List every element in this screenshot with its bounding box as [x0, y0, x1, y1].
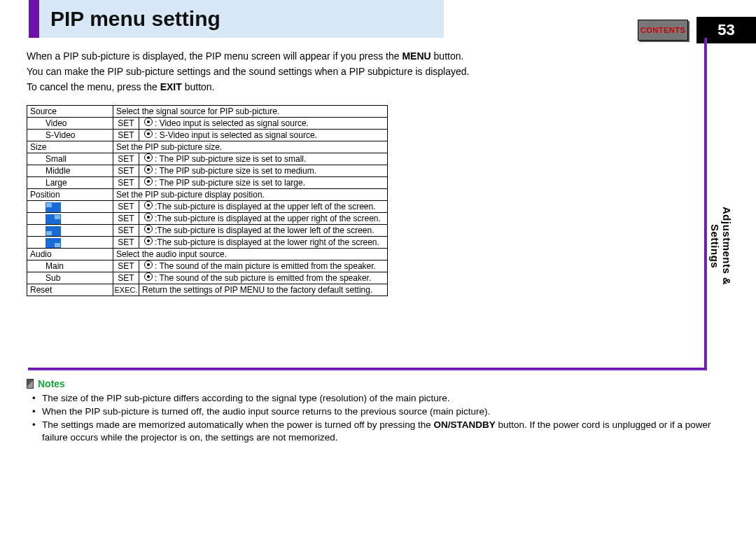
cell-source-video-set: SET	[113, 118, 139, 130]
intro-line1-b: button.	[431, 50, 464, 62]
set-dot-icon	[144, 213, 153, 221]
note-item: When the PIP sub-picture is turned off, …	[35, 405, 727, 418]
notes-section: Notes The size of the PIP sub-picture di…	[27, 378, 727, 445]
cell-position-name: Position	[27, 189, 113, 201]
intro-line1-bold: MENU	[402, 50, 430, 62]
title-accent	[29, 0, 40, 38]
intro-line2: You can make the PIP sub-picture setting…	[27, 64, 685, 78]
note-item: The size of the PIP sub-picture differs …	[35, 392, 727, 405]
cell-audio-name: Audio	[27, 249, 113, 260]
contents-label: CONTENTS	[640, 26, 686, 34]
cell-source-svideo-label: S-Video	[43, 130, 113, 141]
position-lower-left-icon	[43, 225, 113, 237]
row-size-large: Large SET : The PIP sub-picture size is …	[27, 177, 388, 189]
side-tab: Adjustments & Settings	[713, 207, 729, 329]
set-dot-icon	[144, 177, 153, 186]
row-source-video: Video SET : Video input is selected as s…	[27, 118, 388, 130]
cell-source-desc: Select the signal source for PIP sub-pic…	[113, 106, 388, 118]
row-position-header: Position Set the PIP sub-picture display…	[27, 189, 388, 201]
set-dot-icon	[144, 225, 153, 233]
set-dot-icon	[144, 130, 153, 138]
row-reset: Reset EXEC. Return the settings of PIP M…	[27, 284, 388, 296]
cell-position-desc: Set the PIP sub-picture display position…	[113, 189, 388, 201]
notes-icon	[27, 379, 34, 389]
intro-text: When a PIP sub-picture is displayed, the…	[27, 49, 685, 95]
row-size-small: Small SET : The PIP sub-picture size is …	[27, 153, 388, 165]
row-audio-main: Main SET : The sound of the main picture…	[27, 260, 388, 272]
row-source-svideo: S-Video SET : S-Video input is selected …	[27, 130, 388, 141]
cell-source-svideo-desc: : S-Video input is selected as signal so…	[139, 130, 388, 141]
row-size-header: Size Set the PIP sub-picture size.	[27, 141, 388, 153]
row-position-ll: SET :The sub-picture is displayed at the…	[27, 225, 388, 237]
intro-line1-a: When a PIP sub-picture is displayed, the…	[27, 50, 402, 62]
contents-button[interactable]: CONTENTS	[638, 20, 688, 41]
notes-list: The size of the PIP sub-picture differs …	[27, 392, 727, 444]
position-upper-left-icon	[43, 201, 113, 213]
row-position-ur: SET :The sub-picture is displayed at the…	[27, 213, 388, 225]
settings-table: Source Select the signal source for PIP …	[27, 105, 388, 296]
cell-source-name: Source	[27, 106, 113, 118]
set-dot-icon	[144, 272, 153, 281]
intro-line3-a: To cancel the menu, press the	[27, 81, 160, 92]
set-dot-icon	[144, 153, 153, 162]
set-dot-icon	[144, 237, 153, 245]
page-root: PIP menu setting CONTENTS 53 When a PIP …	[0, 0, 756, 535]
cell-source-video-label: Video	[43, 118, 113, 130]
row-source-header: Source Select the signal source for PIP …	[27, 106, 388, 118]
set-dot-icon	[144, 201, 153, 209]
set-dot-icon	[144, 260, 153, 269]
set-dot-icon	[144, 118, 153, 126]
notes-header: Notes	[27, 378, 727, 389]
row-position-ul: SET :The sub-picture is displayed at the…	[27, 201, 388, 213]
row-size-middle: Middle SET : The PIP sub-picture size is…	[27, 165, 388, 177]
title-bar: PIP menu setting	[39, 0, 444, 38]
row-audio-header: Audio Select the audio input source.	[27, 249, 388, 260]
position-upper-right-icon	[43, 213, 113, 225]
cell-reset-name: Reset	[27, 284, 113, 296]
intro-line3-b: button.	[182, 81, 215, 92]
row-audio-sub: Sub SET : The sound of the sub picture i…	[27, 272, 388, 284]
cell-reset-exec: EXEC.	[113, 284, 139, 296]
row-position-lr: SET :The sub-picture is displayed at the…	[27, 237, 388, 249]
section-border-horizontal	[28, 368, 707, 370]
cell-source-svideo-set: SET	[113, 130, 139, 141]
notes-title: Notes	[38, 378, 65, 389]
set-dot-icon	[144, 165, 153, 174]
side-tab-text: Adjustments & Settings	[709, 207, 733, 285]
cell-audio-desc: Select the audio input source.	[113, 249, 388, 260]
intro-line3-bold: EXIT	[160, 81, 182, 92]
cell-size-desc: Set the PIP sub-picture size.	[113, 141, 388, 153]
page-title: PIP menu setting	[50, 7, 220, 31]
cell-reset-desc: Return the settings of PIP MENU to the f…	[139, 284, 388, 296]
section-border-vertical	[704, 38, 707, 370]
position-lower-right-icon	[43, 237, 113, 249]
page-number: 53	[718, 21, 734, 39]
cell-source-video-desc: : Video input is selected as signal sour…	[139, 118, 388, 130]
cell-size-name: Size	[27, 141, 113, 153]
note-item: The settings made are memorized automati…	[35, 419, 727, 444]
